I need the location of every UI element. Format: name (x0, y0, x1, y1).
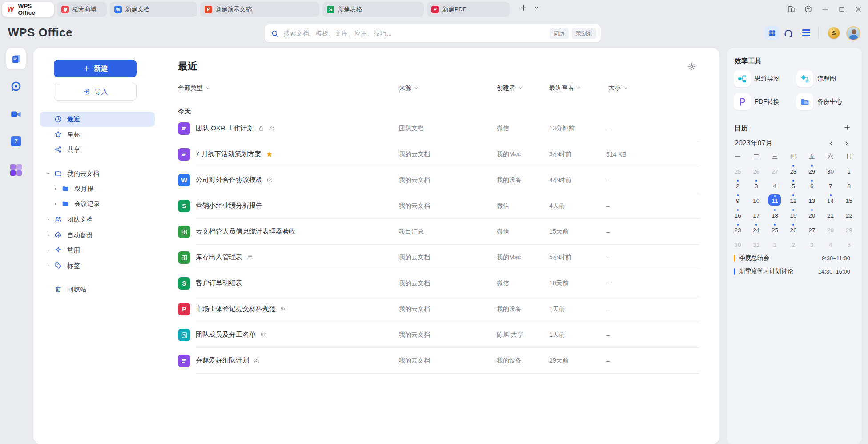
workspace-box-icon[interactable] (804, 5, 812, 13)
sidebar-item-folder-fill[interactable]: 会议记录 (40, 196, 155, 211)
add-event-plus-icon[interactable] (843, 123, 851, 131)
calendar-day[interactable]: 5 (840, 236, 858, 250)
tab-presentation[interactable]: P新建演示文稿 (200, 2, 319, 17)
calendar-day[interactable]: 30 (728, 236, 747, 250)
search-tag[interactable]: 策划案 (572, 28, 597, 39)
search-tag[interactable]: 简历 (550, 28, 569, 39)
messages-icon[interactable] (10, 81, 22, 92)
sidebar-item-tag[interactable]: 标签 (40, 258, 155, 273)
file-row[interactable]: W公司对外合作协议模板我的云文档我的设备4小时前– (178, 167, 699, 193)
calendar-day[interactable]: 27 (803, 221, 821, 236)
filter-0[interactable]: 全部类型 (178, 84, 210, 92)
filter-3[interactable]: 最近查看 (549, 84, 582, 92)
calendar-day[interactable]: 23 (728, 221, 747, 236)
tab-pdf[interactable]: P新建PDF (427, 2, 510, 17)
calendar-7-icon[interactable]: 7 (11, 136, 21, 146)
tab-docer[interactable]: 稻壳商城 (57, 2, 107, 17)
calendar-day[interactable]: 3 (803, 236, 821, 250)
sidebar-item-pin[interactable]: 常用 (40, 242, 155, 258)
filter-2[interactable]: 创建者 (497, 84, 523, 92)
calendar-day[interactable]: 24 (747, 221, 766, 236)
sidebar-item-clock[interactable]: 最近 (40, 112, 155, 127)
caret-right-icon[interactable] (52, 201, 60, 207)
tool-mindmap[interactable]: 思维导图 (734, 70, 796, 87)
tool-backup-center[interactable]: 备份中心 (796, 93, 859, 110)
calendar-day[interactable]: 14 (821, 192, 840, 206)
calendar-day[interactable]: 25 (728, 162, 747, 177)
sidebar-item-trash[interactable]: 回收站 (40, 282, 155, 297)
caret-right-icon[interactable] (45, 217, 53, 222)
avatar[interactable] (846, 26, 860, 40)
sidebar-item-folder[interactable]: 我的云文档 (40, 166, 155, 181)
minimize-icon[interactable] (821, 5, 829, 13)
apps-grid-button[interactable] (765, 26, 779, 40)
calendar-day[interactable]: 19 (784, 206, 803, 221)
sidebar-item-folder-fill[interactable]: 双月报 (40, 181, 155, 196)
more-apps-icon[interactable] (10, 164, 22, 176)
file-row[interactable]: 兴趣爱好组队计划我的云文档我的设备29天前– (178, 348, 699, 374)
calendar-day[interactable]: 29 (803, 162, 821, 177)
calendar-day[interactable]: 28 (821, 221, 840, 236)
file-row[interactable]: 7 月线下活动策划方案我的云文档我的Mac3小时前514 KB (178, 141, 699, 167)
calendar-day[interactable]: 16 (728, 206, 747, 221)
calendar-day[interactable]: 22 (840, 206, 858, 221)
calendar-day[interactable]: 31 (747, 236, 766, 250)
calendar-day[interactable]: 27 (765, 162, 784, 177)
calendar-day[interactable]: 10 (747, 192, 766, 206)
calendar-day[interactable]: 2 (728, 177, 747, 192)
filter-1[interactable]: 来源 (399, 84, 419, 92)
file-row[interactable]: 团队 OKR 工作计划团队文档微信13分钟前– (178, 116, 699, 141)
file-row[interactable]: P市场主体登记提交材料规范我的云文档我的设备1天前– (178, 296, 699, 322)
search-bar[interactable]: 搜索文档、模板、文库、应用、技巧... 简历策划案 (265, 24, 601, 42)
calendar-day[interactable]: 8 (840, 177, 858, 192)
calendar-prev-icon[interactable] (828, 140, 835, 147)
calendar-day[interactable]: 17 (747, 206, 766, 221)
tab-wps-logo[interactable]: WWPS Office (2, 2, 54, 17)
caret-right-icon[interactable] (52, 186, 60, 192)
calendar-day[interactable]: 9 (728, 192, 747, 206)
file-row[interactable]: 库存出入管理表我的云文档我的Mac5小时前– (178, 245, 699, 270)
file-row[interactable]: 云文档管人员信息统计表理器验收项目汇总微信15天前– (178, 219, 699, 245)
calendar-event[interactable]: 季度总结会9:30–11:00 (734, 254, 850, 262)
file-row[interactable]: S客户订单明细表我的云文档微信18天前– (178, 270, 699, 296)
calendar-day[interactable]: 18 (765, 206, 784, 221)
calendar-day-selected[interactable]: 11 (765, 192, 784, 206)
calendar-day[interactable]: 29 (840, 221, 858, 236)
file-row[interactable]: S营销小组业绩分析报告我的云文档微信4天前– (178, 193, 699, 219)
caret-right-icon[interactable] (45, 247, 53, 253)
calendar-day[interactable]: 15 (840, 192, 858, 206)
calendar-day[interactable]: 3 (747, 177, 766, 192)
calendar-day[interactable]: 7 (821, 177, 840, 192)
sidebar-item-cloud-backup[interactable]: 自动备份 (40, 227, 155, 242)
calendar-day[interactable]: 26 (747, 162, 766, 177)
calendar-day[interactable]: 12 (784, 192, 803, 206)
calendar-day[interactable]: 1 (765, 236, 784, 250)
tab-spreadsheet[interactable]: S新建表格 (322, 2, 424, 17)
calendar-day[interactable]: 21 (821, 206, 840, 221)
new-document-button[interactable]: 新建 (54, 60, 137, 77)
calendar-day[interactable]: 20 (803, 206, 821, 221)
calendar-day[interactable]: 5 (784, 177, 803, 192)
calendar-day[interactable]: 25 (765, 221, 784, 236)
tool-pdf-convert[interactable]: PDF转换 (734, 93, 796, 110)
file-row[interactable]: 团队成员及分工名单我的云文档陈旭 共享1天前– (178, 322, 699, 348)
filter-4[interactable]: 大小 (608, 84, 628, 92)
caret-down-icon[interactable] (45, 171, 53, 177)
tab-list-chevron-icon[interactable] (533, 4, 540, 11)
calendar-day[interactable]: 30 (821, 162, 840, 177)
close-icon[interactable] (854, 5, 863, 13)
calendar-day[interactable]: 2 (784, 236, 803, 250)
caret-right-icon[interactable] (45, 263, 53, 269)
maximize-icon[interactable] (838, 5, 846, 13)
gear-icon[interactable] (687, 62, 696, 71)
tool-flowchart[interactable]: 流程图 (796, 70, 859, 87)
import-button[interactable]: 导入 (54, 83, 137, 101)
calendar-day[interactable]: 13 (803, 192, 821, 206)
sidebar-item-team[interactable]: 团队文档 (40, 212, 155, 227)
calendar-day[interactable]: 26 (784, 221, 803, 236)
sidebar-item-share[interactable]: 共享 (40, 142, 155, 157)
meetings-icon[interactable] (10, 108, 22, 121)
calendar-day[interactable]: 28 (784, 162, 803, 177)
tab-writer[interactable]: W新建文档 (110, 2, 197, 17)
calendar-day[interactable]: 1 (840, 162, 858, 177)
